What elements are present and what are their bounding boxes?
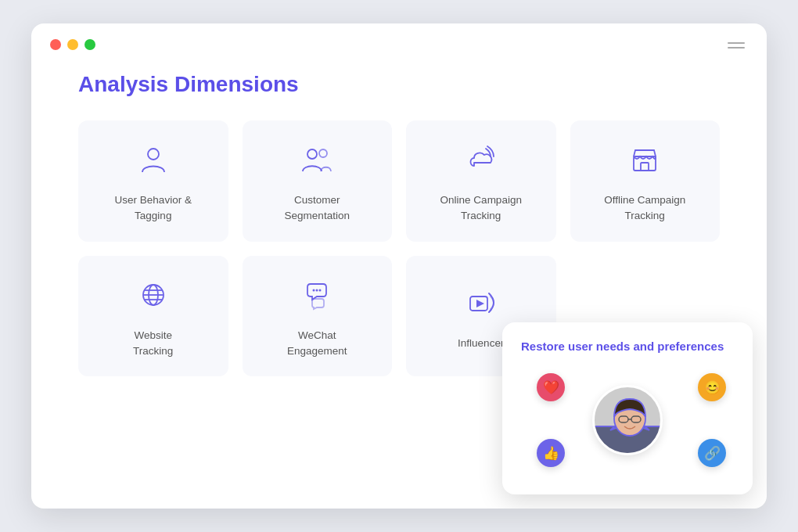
- badge-share: 🔗: [698, 439, 726, 467]
- maximize-button[interactable]: [84, 39, 95, 50]
- main-window: Analysis Dimensions User Behavior &Taggi…: [31, 23, 767, 509]
- card-grid-row1: User Behavior &Tagging CustomerSegmentat…: [78, 120, 720, 242]
- card-online-campaign[interactable]: Online CampaignTracking: [406, 120, 556, 242]
- svg-point-2: [319, 149, 327, 157]
- menu-icon[interactable]: [728, 42, 745, 49]
- badge-thumb: 👍: [537, 439, 565, 467]
- badge-heart: ❤️: [537, 373, 565, 401]
- card-offline-campaign[interactable]: Offline CampaignTracking: [570, 120, 721, 242]
- svg-point-1: [307, 149, 317, 159]
- svg-point-12: [319, 289, 322, 291]
- title-bar: [31, 23, 767, 50]
- card-wechat-engagement[interactable]: WeChatEngagement: [243, 256, 393, 377]
- svg-marker-14: [476, 300, 484, 307]
- cloud-signal-icon: [464, 142, 498, 180]
- card-website-tracking-label: WebsiteTracking: [133, 328, 173, 360]
- avatar: [592, 385, 663, 455]
- play-signal-icon: [464, 286, 498, 323]
- badge-smile: 😊: [698, 373, 726, 401]
- user-tag-icon: [136, 142, 171, 180]
- users-icon: [300, 142, 334, 180]
- svg-point-0: [148, 149, 159, 160]
- close-button[interactable]: [50, 39, 61, 50]
- card-online-campaign-label: Online CampaignTracking: [440, 192, 522, 225]
- page-title: Analysis Dimensions: [78, 72, 720, 97]
- store-icon: [627, 142, 662, 180]
- globe-icon: [136, 278, 171, 315]
- card-website-tracking[interactable]: WebsiteTracking: [78, 256, 228, 377]
- card-influencer-label: Influencer: [458, 336, 504, 351]
- svg-point-11: [316, 289, 318, 291]
- card-offline-campaign-label: Offline CampaignTracking: [604, 192, 685, 225]
- popup-card: Restore user needs and preferences: [502, 322, 753, 494]
- card-user-behavior-label: User Behavior &Tagging: [115, 192, 192, 225]
- avatar-area: ❤️ 😊 👍 🔗: [521, 365, 734, 475]
- svg-point-10: [313, 289, 315, 291]
- card-customer-segmentation[interactable]: CustomerSegmentation: [243, 120, 393, 242]
- minimize-button[interactable]: [67, 39, 78, 50]
- svg-rect-4: [641, 163, 649, 171]
- card-customer-segmentation-label: CustomerSegmentation: [285, 192, 350, 225]
- popup-title: Restore user needs and preferences: [521, 340, 734, 353]
- chat-bubbles-icon: [300, 278, 334, 315]
- card-user-behavior[interactable]: User Behavior &Tagging: [78, 120, 228, 242]
- card-wechat-engagement-label: WeChatEngagement: [287, 328, 347, 360]
